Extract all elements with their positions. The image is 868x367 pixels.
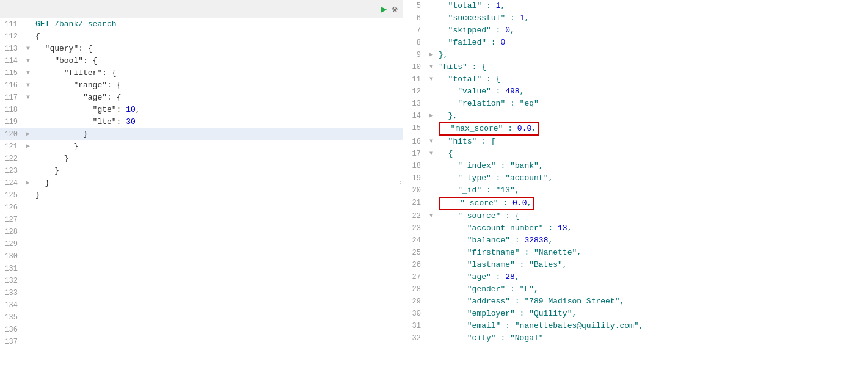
code-text: "gte": 10,	[33, 104, 403, 116]
code-line: 117 ▼ "age": {	[0, 92, 403, 104]
result-line-number: 25	[403, 247, 426, 259]
result-text: "value" : 498,	[436, 85, 868, 98]
result-text: "gender" : "F",	[436, 283, 868, 296]
fold-arrow[interactable]: ▶	[23, 140, 33, 153]
line-number: 120	[0, 128, 23, 140]
code-text: "query": {	[33, 43, 403, 55]
result-line-number: 26	[403, 259, 426, 271]
result-line: 13 "relation" : "eq"	[403, 98, 868, 110]
result-text: "employer" : "Quility",	[436, 308, 868, 320]
result-fold-arrow	[426, 271, 436, 283]
result-line: 26 "lastname" : "Bates",	[403, 259, 868, 271]
fold-arrow[interactable]: ▶	[23, 177, 33, 189]
result-fold-arrow	[426, 283, 436, 296]
result-fold-arrow	[426, 259, 436, 271]
code-line: 131	[0, 263, 403, 275]
result-text: "max_score" : 0.0,	[436, 122, 868, 136]
line-number: 137	[0, 336, 23, 348]
result-text: },	[436, 110, 868, 122]
play-button[interactable]: ▶	[381, 3, 387, 15]
code-line: 111 GET /bank/_search	[0, 18, 403, 31]
result-fold-arrow[interactable]: ▼	[426, 61, 436, 73]
code-line: 134	[0, 299, 403, 311]
line-number: 123	[0, 165, 23, 177]
code-line: 126	[0, 202, 403, 214]
line-number: 122	[0, 153, 23, 165]
fold-arrow	[23, 238, 33, 250]
fold-arrow	[23, 299, 33, 311]
code-line: 122 }	[0, 153, 403, 165]
result-fold-arrow	[426, 247, 436, 259]
result-text: "hits" : {	[436, 61, 868, 73]
line-number: 114	[0, 55, 23, 67]
result-line: 20 "_id" : "13",	[403, 184, 868, 197]
code-line: 132	[0, 275, 403, 287]
fold-arrow	[23, 311, 33, 324]
result-line-number: 28	[403, 283, 426, 296]
result-line-number: 22	[403, 210, 426, 222]
code-line: 127	[0, 214, 403, 226]
code-text	[33, 263, 403, 275]
result-line: 23 "account_number" : 13,	[403, 222, 868, 234]
result-text: "lastname" : "Bates",	[436, 259, 868, 271]
fold-arrow[interactable]: ▼	[23, 55, 33, 67]
result-line-number: 16	[403, 136, 426, 148]
code-text: "filter": {	[33, 67, 403, 79]
code-line: 125 }	[0, 189, 403, 202]
result-text: "address" : "789 Madison Street",	[436, 296, 868, 308]
result-fold-arrow	[426, 0, 436, 12]
fold-arrow	[23, 165, 33, 177]
result-content-area: 5 "total" : 1, 6 "successful" : 1, 7 "sk…	[403, 0, 868, 367]
fold-arrow[interactable]: ▼	[23, 67, 33, 79]
line-number: 121	[0, 140, 23, 153]
fold-arrow	[23, 287, 33, 299]
result-fold-arrow[interactable]: ▶	[426, 110, 436, 122]
line-number: 132	[0, 275, 23, 287]
code-text: }	[33, 128, 403, 140]
result-line: 31 "email" : "nanettebates@quility.com",	[403, 320, 868, 332]
fold-arrow[interactable]: ▶	[23, 128, 33, 140]
result-line-number: 13	[403, 98, 426, 110]
result-fold-arrow	[426, 296, 436, 308]
panel-drag-handle[interactable]: ⋮	[398, 165, 403, 202]
result-fold-arrow	[426, 24, 436, 37]
result-text: "balance" : 32838,	[436, 234, 868, 247]
result-fold-arrow	[426, 12, 436, 24]
tool-icon[interactable]: ⚒	[392, 3, 398, 15]
result-fold-arrow[interactable]: ▼	[426, 210, 436, 222]
fold-arrow	[23, 18, 33, 31]
result-fold-arrow[interactable]: ▼	[426, 148, 436, 160]
fold-arrow	[23, 275, 33, 287]
code-line: 130	[0, 250, 403, 263]
fold-arrow	[23, 189, 33, 202]
result-line-number: 21	[403, 197, 426, 210]
code-text	[33, 311, 403, 324]
fold-arrow[interactable]: ▼	[23, 43, 33, 55]
result-fold-arrow[interactable]: ▼	[426, 73, 436, 85]
line-number: 134	[0, 299, 23, 311]
result-line: 10 ▼ "hits" : {	[403, 61, 868, 73]
fold-arrow[interactable]: ▼	[23, 92, 33, 104]
result-line-number: 11	[403, 73, 426, 85]
fold-arrow	[23, 336, 33, 348]
code-text: {	[33, 31, 403, 43]
line-number: 118	[0, 104, 23, 116]
result-fold-arrow	[426, 172, 436, 184]
result-line-number: 9	[403, 49, 426, 61]
result-line-number: 23	[403, 222, 426, 234]
result-text: "_type" : "account",	[436, 172, 868, 184]
fold-arrow	[23, 250, 33, 263]
result-line-number: 7	[403, 24, 426, 37]
fold-arrow[interactable]: ▼	[23, 79, 33, 92]
result-fold-arrow	[426, 308, 436, 320]
result-line: 21 "_score" : 0.0,	[403, 197, 868, 210]
result-fold-arrow[interactable]: ▶	[426, 49, 436, 61]
code-text	[33, 287, 403, 299]
fold-arrow	[23, 324, 33, 336]
line-number: 130	[0, 250, 23, 263]
result-fold-arrow[interactable]: ▼	[426, 136, 436, 148]
result-line-number: 24	[403, 234, 426, 247]
line-number: 117	[0, 92, 23, 104]
result-fold-arrow	[426, 234, 436, 247]
result-line-number: 15	[403, 122, 426, 136]
